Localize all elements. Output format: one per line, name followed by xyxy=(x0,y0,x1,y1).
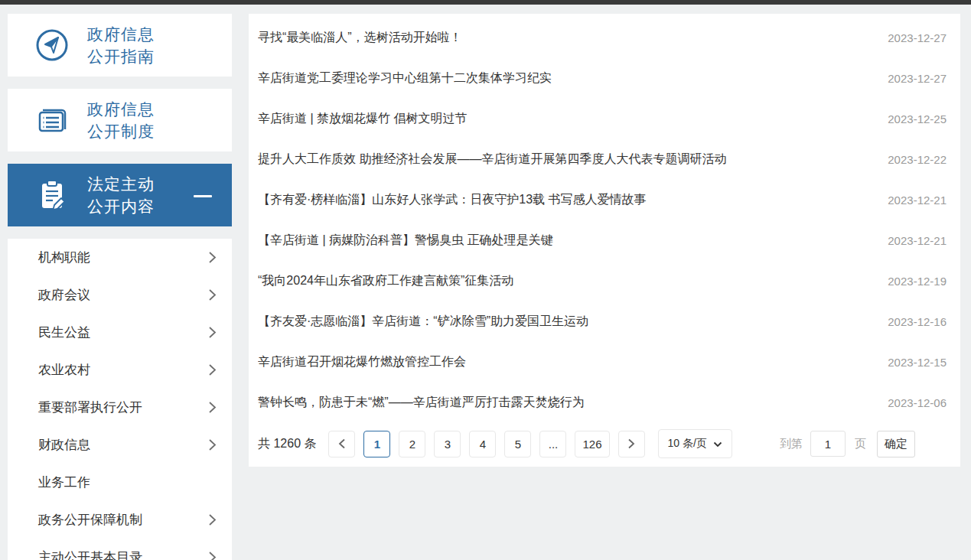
sidebar-menu-item[interactable]: 主动公开基本目录 xyxy=(8,539,232,560)
goto-page-prefix: 到第 xyxy=(780,437,803,451)
article-date: 2023-12-21 xyxy=(888,234,947,247)
article-row[interactable]: “我向2024年山东省政府工作建言献策”征集活动 2023-12-19 xyxy=(249,261,960,301)
chevron-down-icon xyxy=(713,438,722,450)
article-date: 2023-12-06 xyxy=(888,396,947,409)
sidebar-menu-item[interactable]: 民生公益 xyxy=(8,314,232,351)
article-date: 2023-12-27 xyxy=(888,72,947,85)
article-date: 2023-12-22 xyxy=(888,153,947,166)
article-row[interactable]: 辛店街道党工委理论学习中心组第十二次集体学习纪实 2023-12-27 xyxy=(249,58,960,99)
menu-item-label: 财政信息 xyxy=(38,436,90,454)
card-label-line1: 政府信息 xyxy=(87,98,155,120)
chevron-right-icon xyxy=(208,251,217,264)
article-title-link[interactable]: 【齐有爱·榜样临淄】山东好人张学武：日夜守护13载 书写感人爱情故事 xyxy=(258,192,647,208)
top-bar xyxy=(0,0,971,5)
article-row[interactable]: 【齐有爱·榜样临淄】山东好人张学武：日夜守护13载 书写感人爱情故事 2023-… xyxy=(249,180,960,220)
article-title-link[interactable]: 【齐友爱·志愿临淄】辛店街道：“铲冰除雪”助力爱国卫生运动 xyxy=(258,314,588,330)
article-row[interactable]: 辛店街道召开烟花爆竹燃放管控工作会 2023-12-15 xyxy=(249,342,960,383)
article-title-link[interactable]: 辛店街道 | 禁放烟花爆竹 倡树文明过节 xyxy=(258,111,468,127)
article-title-link[interactable]: 寻找“最美临淄人”，选树活动开始啦！ xyxy=(258,30,462,46)
prev-page-button[interactable] xyxy=(328,431,355,457)
pagination-bar: 共 1260 条 12345...126 10 条/页 xyxy=(258,428,960,459)
page-size-select[interactable]: 10 条/页 xyxy=(658,429,732,458)
sidebar-menu-item[interactable]: 机构职能 xyxy=(8,239,232,276)
chevron-right-icon xyxy=(208,363,217,376)
article-date: 2023-12-16 xyxy=(888,315,947,328)
menu-item-label: 农业农村 xyxy=(38,361,90,379)
article-row[interactable]: 寻找“最美临淄人”，选树活动开始啦！ 2023-12-27 xyxy=(249,18,960,58)
card-label-line2: 公开指南 xyxy=(87,45,155,67)
goto-page-input[interactable] xyxy=(810,431,846,457)
article-date: 2023-12-25 xyxy=(888,112,947,125)
notebook-icon xyxy=(34,102,70,138)
sidebar-card-disclosure-guide[interactable]: 政府信息 公开指南 xyxy=(8,14,232,77)
sidebar: 政府信息 公开指南 政府信息 公开制度 xyxy=(8,14,232,560)
card-label-line2: 公开制度 xyxy=(87,120,155,142)
article-title-link[interactable]: 提升人大工作质效 助推经济社会发展——辛店街道开展第四季度人大代表专题调研活动 xyxy=(258,151,726,168)
article-row[interactable]: 警钟长鸣，防患于未“燃”——辛店街道严厉打击露天焚烧行为 2023-12-06 xyxy=(249,383,960,423)
menu-item-label: 业务工作 xyxy=(38,474,90,491)
chevron-right-icon xyxy=(208,288,217,301)
menu-item-label: 重要部署执行公开 xyxy=(38,399,142,416)
article-row[interactable]: 【齐友爱·志愿临淄】辛店街道：“铲冰除雪”助力爱国卫生运动 2023-12-16 xyxy=(249,301,960,342)
article-date: 2023-12-21 xyxy=(888,194,947,207)
sidebar-menu-item[interactable]: 重要部署执行公开 xyxy=(8,389,232,426)
article-date: 2023-12-27 xyxy=(888,31,947,44)
chevron-left-icon xyxy=(338,438,346,449)
chevron-right-icon xyxy=(208,551,217,560)
article-title-link[interactable]: 辛店街道党工委理论学习中心组第十二次集体学习纪实 xyxy=(258,70,552,86)
chevron-right-icon xyxy=(208,438,217,451)
collapse-minus-icon[interactable] xyxy=(194,195,212,197)
page-number-button[interactable]: 3 xyxy=(434,431,461,457)
total-count: 共 1260 条 xyxy=(258,436,316,452)
sidebar-card-label: 政府信息 公开指南 xyxy=(87,23,155,67)
chevron-right-icon xyxy=(208,326,217,339)
sidebar-card-label: 政府信息 公开制度 xyxy=(87,98,155,142)
article-row[interactable]: 提升人大工作质效 助推经济社会发展——辛店街道开展第四季度人大代表专题调研活动 … xyxy=(249,139,960,180)
card-label-line2: 公开内容 xyxy=(87,195,155,217)
page-number-button[interactable]: ... xyxy=(539,431,566,457)
goto-page-suffix: 页 xyxy=(855,437,866,451)
sidebar-menu-item[interactable]: 业务工作 xyxy=(8,464,232,501)
sidebar-menu-item[interactable]: 政府会议 xyxy=(8,276,232,314)
article-row[interactable]: 辛店街道 | 禁放烟花爆竹 倡树文明过节 2023-12-25 xyxy=(249,99,960,139)
page-number-button[interactable]: 126 xyxy=(575,431,609,457)
chevron-right-icon xyxy=(208,513,217,526)
card-label-line1: 政府信息 xyxy=(87,23,155,45)
clipboard-pencil-icon xyxy=(34,177,70,213)
next-page-button[interactable] xyxy=(618,431,645,457)
chevron-right-icon xyxy=(208,401,217,414)
article-date: 2023-12-19 xyxy=(888,275,947,288)
article-title-link[interactable]: 辛店街道召开烟花爆竹燃放管控工作会 xyxy=(258,354,466,370)
menu-item-label: 民生公益 xyxy=(38,324,90,341)
sidebar-card-disclosure-system[interactable]: 政府信息 公开制度 xyxy=(8,89,232,151)
article-row[interactable]: 【辛店街道 | 病媒防治科普】警惕臭虫 正确处理是关键 2023-12-21 xyxy=(249,220,960,261)
page-number-button[interactable]: 2 xyxy=(399,431,425,457)
article-list: 寻找“最美临淄人”，选树活动开始啦！ 2023-12-27 辛店街道党工委理论学… xyxy=(249,18,960,423)
article-date: 2023-12-15 xyxy=(888,356,947,369)
sidebar-menu-item[interactable]: 财政信息 xyxy=(8,426,232,464)
sidebar-card-statutory-disclosure[interactable]: 法定主动 公开内容 xyxy=(8,164,232,226)
sidebar-menu: 机构职能 政府会议 民生公益 xyxy=(8,239,232,560)
page-number-button[interactable]: 4 xyxy=(469,431,496,457)
page-number-button[interactable]: 5 xyxy=(504,431,531,457)
article-title-link[interactable]: 警钟长鸣，防患于未“燃”——辛店街道严厉打击露天焚烧行为 xyxy=(258,395,585,411)
menu-item-label: 主动公开基本目录 xyxy=(38,549,142,560)
menu-item-label: 机构职能 xyxy=(38,249,90,266)
sidebar-menu-item[interactable]: 政务公开保障机制 xyxy=(8,501,232,539)
compass-icon xyxy=(34,27,70,63)
menu-item-label: 政府会议 xyxy=(38,286,90,304)
page-number-button[interactable]: 1 xyxy=(363,431,390,457)
article-title-link[interactable]: 【辛店街道 | 病媒防治科普】警惕臭虫 正确处理是关键 xyxy=(258,233,553,249)
article-list-panel: 寻找“最美临淄人”，选树活动开始啦！ 2023-12-27 辛店街道党工委理论学… xyxy=(249,14,960,467)
goto-confirm-button[interactable]: 确定 xyxy=(877,431,915,457)
card-label-line1: 法定主动 xyxy=(87,173,155,195)
menu-item-label: 政务公开保障机制 xyxy=(38,511,142,529)
sidebar-menu-item[interactable]: 农业农村 xyxy=(8,351,232,389)
page-size-label: 10 条/页 xyxy=(668,437,707,451)
chevron-right-icon xyxy=(627,438,635,449)
article-title-link[interactable]: “我向2024年山东省政府工作建言献策”征集活动 xyxy=(258,273,513,289)
sidebar-card-label: 法定主动 公开内容 xyxy=(87,173,155,217)
page-number-buttons: 12345...126 xyxy=(363,431,617,457)
